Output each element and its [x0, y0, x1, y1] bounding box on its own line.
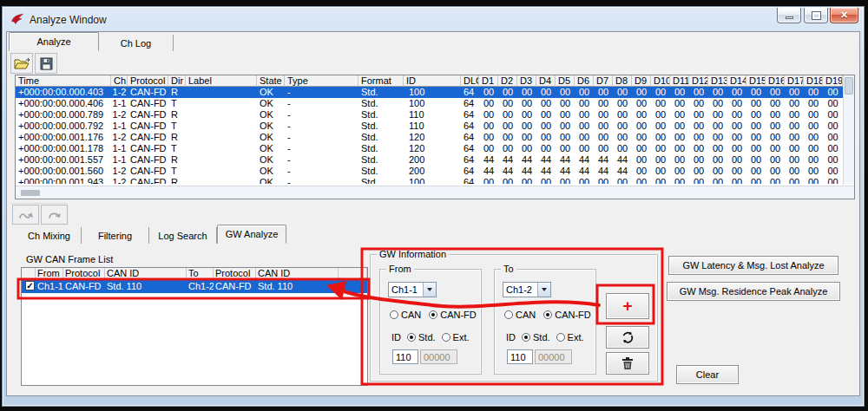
tab-ch-mixing[interactable]: Ch Mixing — [17, 227, 82, 244]
column-header[interactable]: D4 — [536, 75, 556, 87]
tab-gw-analyze[interactable]: GW Analyze — [217, 225, 286, 244]
column-header[interactable]: D2 — [498, 75, 517, 87]
column-header[interactable] — [339, 268, 367, 279]
tab-log-search[interactable]: Log Search — [149, 227, 217, 244]
from-std-id-input[interactable] — [392, 349, 418, 364]
scrollbar-thumb[interactable] — [845, 77, 853, 95]
column-header[interactable]: Type — [285, 75, 358, 87]
vertical-scrollbar[interactable] — [843, 75, 854, 185]
column-header[interactable]: D18 — [804, 75, 823, 87]
open-file-button[interactable] — [10, 53, 33, 74]
column-header[interactable]: State — [257, 75, 285, 87]
column-header[interactable]: CAN ID — [105, 268, 187, 279]
column-header[interactable]: D9 — [632, 75, 651, 87]
column-header[interactable]: D1 — [479, 75, 498, 87]
horizontal-scrollbar[interactable] — [16, 186, 854, 199]
table-row[interactable]: +000:00:00.000.4031-2CAN-FDROK-Std.10064… — [16, 87, 843, 98]
save-file-button[interactable] — [35, 53, 57, 74]
table-row[interactable]: +000:00:00.001.5601-2CAN-FDTOK-Std.20064… — [16, 166, 843, 177]
column-header[interactable]: Ch — [111, 75, 128, 87]
column-header[interactable]: D7 — [594, 75, 613, 87]
message-table-header[interactable]: TimeChProtocolDirLabelStateTypeFormatIDD… — [16, 75, 843, 87]
column-header[interactable]: DLC — [461, 75, 479, 87]
from-can-radio[interactable]: CAN — [390, 310, 421, 320]
refresh-gw-list-button[interactable] — [606, 326, 649, 349]
redo-button[interactable] — [41, 205, 68, 225]
table-row[interactable]: +000:00:00.000.7891-2CAN-FDROK-Std.11064… — [16, 109, 843, 121]
table-row[interactable]: +000:00:00.001.9431-2CAN-FDROK-Std.10064… — [16, 177, 843, 184]
column-header[interactable]: D17 — [785, 75, 804, 87]
maximize-button[interactable] — [804, 8, 828, 23]
cell: 00 — [766, 121, 785, 132]
minimize-button[interactable] — [777, 8, 801, 23]
close-button[interactable]: ✕ — [830, 8, 858, 23]
from-std-radio[interactable]: Std. — [407, 332, 436, 342]
to-ext-radio[interactable]: Ext. — [556, 332, 584, 342]
add-gw-entry-button[interactable]: + — [606, 293, 649, 319]
to-std-id-input[interactable] — [507, 349, 533, 364]
tab-analyze[interactable]: Analyze — [9, 32, 99, 51]
column-header[interactable]: D14 — [727, 75, 746, 87]
column-header[interactable]: To — [187, 268, 214, 279]
table-row[interactable]: +000:00:00.001.5571-1CAN-FDROK-Std.20064… — [16, 154, 843, 166]
column-header[interactable]: CAN ID — [256, 268, 339, 279]
table-row[interactable]: +000:00:00.001.1761-2CAN-FDROK-Std.12064… — [16, 132, 843, 143]
gw-latency-analyze-button[interactable]: GW Latency & Msg. Lost Analyze — [668, 256, 838, 275]
cell: - — [285, 177, 358, 184]
column-header[interactable]: Dir — [168, 75, 186, 87]
gw-residence-peak-analyze-button[interactable]: GW Msg. Residence Peak Analyze — [667, 282, 840, 301]
title-bar[interactable]: Analyze Window ✕ — [3, 7, 864, 31]
to-std-radio[interactable]: Std. — [522, 332, 550, 342]
open-folder-icon — [14, 57, 30, 70]
column-header[interactable]: Protocol — [128, 75, 168, 87]
column-header[interactable]: ID — [404, 75, 461, 87]
window-title: Analyze Window — [30, 14, 107, 26]
chevron-down-icon[interactable] — [423, 283, 436, 297]
cell: 00 — [575, 98, 594, 109]
column-header[interactable]: Label — [186, 75, 257, 87]
cell: 00 — [632, 166, 651, 177]
chevron-down-icon[interactable] — [537, 283, 550, 297]
column-header[interactable]: D13 — [708, 75, 727, 87]
column-header[interactable] — [22, 268, 36, 279]
column-header[interactable]: D11 — [670, 75, 689, 87]
from-canfd-radio[interactable]: CAN-FD — [429, 310, 477, 320]
column-header[interactable]: D19 — [823, 75, 843, 87]
frame-list-header[interactable]: FromProtocolCAN IDToProtocolCAN ID — [22, 268, 367, 279]
column-header[interactable]: D15 — [746, 75, 766, 87]
cell: 00 — [689, 87, 708, 98]
cell: 00 — [632, 132, 651, 143]
column-header[interactable]: D16 — [766, 75, 785, 87]
column-header[interactable]: Protocol — [214, 268, 256, 279]
cell: 200 — [404, 166, 461, 177]
to-can-radio[interactable]: CAN — [504, 310, 536, 320]
clear-button[interactable]: Clear — [676, 365, 739, 384]
column-header[interactable]: D3 — [517, 75, 536, 87]
column-header[interactable]: Format — [358, 75, 404, 87]
column-header[interactable]: Protocol — [63, 268, 105, 279]
table-row[interactable]: +000:00:00.000.4061-1CAN-FDTOK-Std.10064… — [16, 98, 843, 109]
from-channel-select[interactable]: Ch1-1 — [388, 282, 437, 297]
table-row[interactable]: +000:00:00.000.7921-1CAN-FDTOK-Std.11064… — [16, 121, 843, 132]
tab-filtering[interactable]: Filtering — [82, 227, 149, 244]
undo-button[interactable] — [12, 205, 39, 225]
to-channel-select[interactable]: Ch1-2 — [503, 282, 551, 297]
column-header[interactable]: D5 — [556, 75, 575, 87]
column-header[interactable]: D10 — [651, 75, 670, 87]
frame-list-row[interactable]: ✓Ch1-1CAN-FDStd. 110Ch1-2CAN-FDStd. 110 — [22, 279, 367, 293]
column-header[interactable]: From — [36, 268, 63, 279]
message-table: TimeChProtocolDirLabelStateTypeFormatIDD… — [15, 75, 855, 199]
column-header[interactable]: D12 — [689, 75, 708, 87]
table-row[interactable]: +000:00:00.001.1781-1CAN-FDTOK-Std.12064… — [16, 143, 843, 154]
from-ext-radio[interactable]: Ext. — [442, 332, 470, 342]
row-checkbox[interactable]: ✓ — [25, 281, 35, 290]
cell: 1-2 — [111, 87, 128, 98]
delete-gw-entry-button[interactable] — [606, 352, 649, 375]
to-canfd-radio[interactable]: CAN-FD — [543, 310, 591, 320]
column-header[interactable]: D6 — [575, 75, 594, 87]
column-header[interactable]: Time — [16, 75, 111, 87]
scrollbar-thumb[interactable] — [21, 190, 40, 196]
cell: Ch1-2 — [187, 279, 214, 293]
column-header[interactable]: D8 — [613, 75, 632, 87]
tab-ch-log[interactable]: Ch Log — [99, 35, 174, 51]
